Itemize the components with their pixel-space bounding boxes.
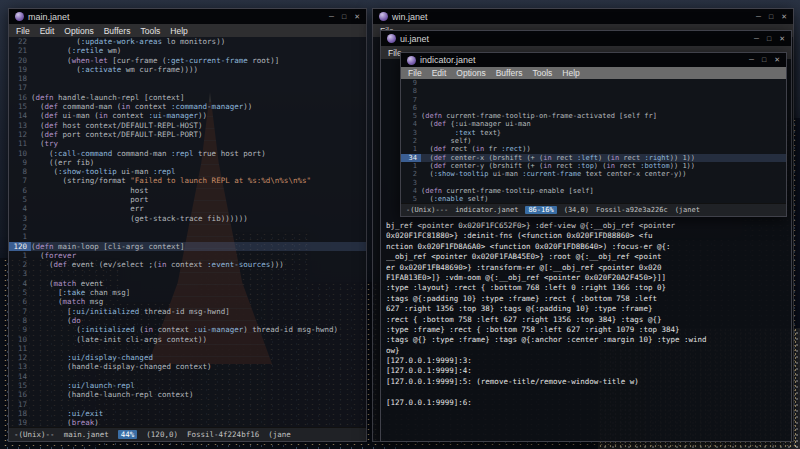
code-text: (:activate wm cur-frame)))): [31, 65, 366, 74]
line-number: 12: [9, 130, 31, 139]
line-number: 9: [401, 79, 421, 87]
code-text: (handle-launch-repl context): [31, 390, 366, 399]
line-number: 8: [401, 87, 421, 95]
line-number: 6: [9, 297, 31, 306]
maximize-button[interactable]: □: [769, 12, 773, 22]
menu-item[interactable]: File: [12, 26, 34, 36]
menu-item[interactable]: Edit: [36, 26, 59, 36]
code-line: 1 (def rect (in fr :rect)): [401, 145, 786, 153]
code-text: [31, 269, 366, 278]
menu-item[interactable]: Options: [60, 26, 97, 36]
repl-line: bj_ref <pointer 0x020F1FC652F0>} :def-vi…: [386, 221, 788, 231]
menu-item[interactable]: Tools: [136, 26, 164, 36]
window-controls: ─ □ ✕: [329, 12, 360, 22]
code-text: err: [31, 204, 366, 213]
title-bar[interactable]: main.janet ─ □ ✕: [9, 9, 366, 24]
modeline-vcs-branch: Fossil-a92e3a226c: [596, 206, 668, 214]
window-title: ui.janet: [400, 34, 754, 44]
menu-item[interactable]: Options: [452, 68, 489, 78]
modeline-major-mode: (jane: [268, 430, 291, 439]
code-text: (late-init cli-args context)): [31, 335, 366, 344]
line-number: 9: [9, 325, 31, 334]
code-line: 15 (def command-man (in context :command…: [9, 102, 366, 111]
code-text: [31, 232, 366, 241]
line-number: 21: [9, 46, 31, 55]
modeline-prefix: -(Unix)--: [14, 430, 55, 439]
window-controls: ─ □ ✕: [749, 55, 780, 65]
title-bar[interactable]: indicator.janet ─ □ ✕: [401, 53, 786, 67]
line-number: 15: [9, 381, 31, 390]
line-number: 5: [401, 112, 421, 120]
code-text: (def port context/DEFAULT-REPL-PORT): [31, 130, 366, 139]
code-line: 2 (:show-tooltip ui-man :current-frame t…: [401, 170, 786, 178]
code-text: [421, 104, 786, 112]
menu-item[interactable]: Buffers: [100, 26, 135, 36]
close-button[interactable]: ✕: [779, 34, 785, 44]
line-number: 2: [9, 260, 31, 269]
code-line: 13 (handle-display-changed context): [9, 362, 366, 371]
menu-item[interactable]: File: [404, 68, 426, 78]
line-number: 6: [9, 186, 31, 195]
code-buffer[interactable]: 9 8 7 6 5 (defn current-frame-tooltip-on…: [401, 79, 786, 203]
line-number: 17: [9, 83, 31, 92]
maximize-button[interactable]: □: [762, 55, 766, 65]
code-line: 7 (string/format "Failed to launch REPL …: [9, 176, 366, 185]
line-number: 16: [9, 93, 31, 102]
title-bar[interactable]: ui.janet ─ □ ✕: [381, 31, 791, 46]
title-bar[interactable]: win.janet ─ □ ✕: [373, 9, 793, 24]
code-line: 5 [:take chan msg]: [9, 288, 366, 297]
line-number: 19: [9, 65, 31, 74]
code-text: [:ui/initialized thread-id msg-hwnd]: [31, 307, 366, 316]
repl-line: :type :layout} :rect { :bottom 768 :left…: [386, 283, 788, 293]
menu-item[interactable]: Tools: [528, 68, 556, 78]
code-line: 13 (def host context/DEFAULT-REPL-HOST): [9, 121, 366, 130]
code-line: 1 (def center-y (brshift (+ (in rect :to…: [401, 162, 786, 170]
close-button[interactable]: ✕: [354, 12, 360, 22]
menu-item[interactable]: Edit: [428, 68, 451, 78]
line-number: 5: [401, 195, 421, 203]
code-text: ((err fib): [31, 158, 366, 167]
line-number: 12: [9, 353, 31, 362]
line-number: 3: [401, 179, 421, 187]
menu-item[interactable]: Help: [558, 68, 583, 78]
menu-item[interactable]: Buffers: [492, 68, 527, 78]
minimize-button[interactable]: ─: [754, 34, 759, 44]
minimize-button[interactable]: ─: [329, 12, 334, 22]
code-buffer[interactable]: 22 (:update-work-areas lo monitors)) 21 …: [9, 37, 366, 427]
repl-line: [127.0.0.1:9999]:3:: [386, 356, 788, 366]
minimize-button[interactable]: ─: [756, 12, 761, 22]
repl-line: [386, 387, 788, 397]
code-text: (defn current-frame-tooltip-enable [self…: [421, 187, 786, 195]
close-button[interactable]: ✕: [774, 55, 780, 65]
repl-line: [127.0.0.1:9999]:6:: [386, 398, 788, 408]
emacs-icon: [407, 56, 416, 65]
code-text: :ui/exit: [31, 409, 366, 418]
line-number: 11: [9, 344, 31, 353]
desktop: main.janet ─ □ ✕ FileEditOptionsBuffersT…: [0, 0, 800, 449]
modeline-scroll-position: 86-16%: [525, 206, 556, 214]
close-button[interactable]: ✕: [781, 12, 787, 22]
repl-output[interactable]: bj_ref <pointer 0x020F1FC652F0>} :def-vi…: [386, 221, 788, 408]
line-number: 9: [9, 158, 31, 167]
repl-line: __obj_ref <pointer 0x020F1FAB45E0>} :roo…: [386, 252, 788, 262]
indicator-editor-window: indicator.janet ─ □ ✕ FileEditOptionsBuf…: [400, 52, 787, 217]
minimize-button[interactable]: ─: [749, 55, 754, 65]
code-line: 4 (def {:ui-manager ui-man: [401, 120, 786, 128]
code-line: 1: [9, 232, 366, 241]
emacs-icon: [15, 12, 24, 21]
maximize-button[interactable]: □: [342, 12, 346, 22]
code-line: 18: [9, 74, 366, 83]
line-number: 34: [401, 154, 421, 162]
code-line: 8 (:show-tooltip ui-man :repl: [9, 167, 366, 176]
code-line: 1 (forever: [9, 251, 366, 260]
maximize-button[interactable]: □: [767, 34, 771, 44]
line-number: 10: [9, 335, 31, 344]
code-line: 5 (:enable self): [401, 195, 786, 203]
line-number: 18: [9, 409, 31, 418]
line-number: 5: [9, 195, 31, 204]
code-line: 34 (def center-x (brshift (+ (in rect :l…: [401, 154, 786, 162]
line-number: 7: [401, 96, 421, 104]
line-number: 4: [401, 120, 421, 128]
line-number: 14: [9, 372, 31, 381]
menu-item[interactable]: Help: [166, 26, 191, 36]
